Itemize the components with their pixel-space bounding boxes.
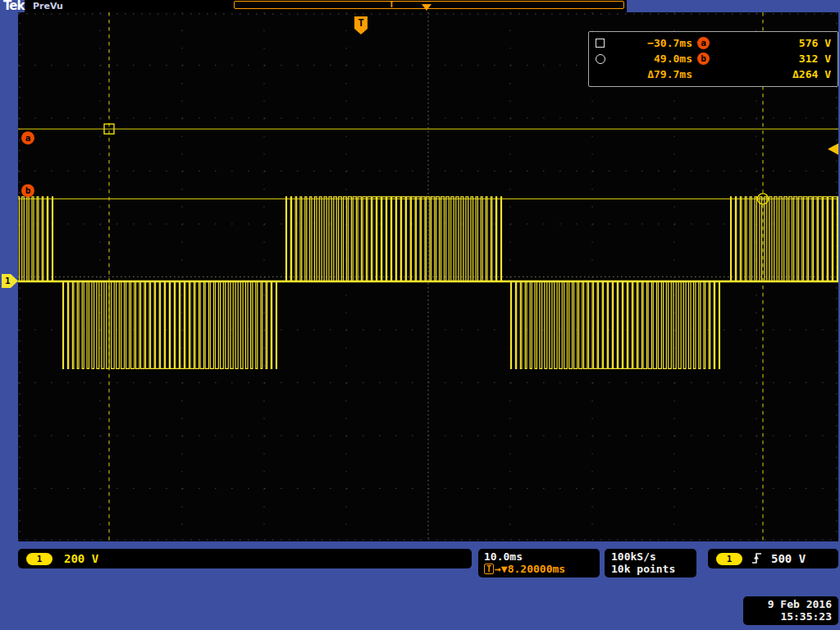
cursor1-row: −30.7ms a 576 V	[596, 35, 831, 51]
rising-edge-icon	[751, 551, 762, 567]
datetime-readout: 9 Feb 2016 15:35:23	[743, 596, 838, 625]
trigger-level: 500 V	[771, 552, 806, 565]
record-view-bar[interactable]: T	[234, 1, 624, 9]
delay-arrows-icon: →▼	[495, 563, 508, 575]
cursor-b-badge: b	[697, 52, 710, 65]
cursor-a-badge: a	[697, 37, 710, 49]
trigger-source-badge: 1	[716, 553, 742, 565]
delta-value: Δ264 V	[714, 68, 831, 80]
brand-logo: Tek	[3, 0, 24, 13]
time-label: 15:35:23	[750, 610, 832, 623]
horizontal-readout[interactable]: 10.0ms T →▼ 8.20000ms	[478, 549, 600, 578]
cursor2-time: 49.0ms	[612, 52, 692, 65]
horizontal-delay: T →▼ 8.20000ms	[484, 563, 594, 575]
cursor-b-edge-badge[interactable]: b	[21, 184, 34, 197]
delay-value: 8.20000ms	[508, 563, 565, 575]
cursor1-value: 576 V	[714, 37, 831, 49]
trigger-level-arrow[interactable]	[828, 144, 838, 155]
waveform-baseline	[18, 281, 838, 283]
date-label: 9 Feb 2016	[750, 598, 832, 610]
record-trigger-marker: T	[389, 0, 395, 10]
delta-time: Δ79.7ms	[612, 68, 692, 80]
trigger-flag-icon: T	[484, 564, 494, 574]
top-status-strip: PreVu T	[25, 0, 627, 12]
channel1-ground-marker[interactable]: 1	[2, 274, 18, 288]
channel1-ground-label: 1	[5, 276, 11, 286]
svg-text:T: T	[358, 17, 363, 29]
waveform-plot: Tab	[18, 12, 838, 541]
circle-cursor-icon	[596, 54, 605, 64]
trigger-readout[interactable]: 1 500 V	[708, 549, 838, 568]
channel1-scale: 200 V	[64, 552, 98, 565]
cursor2-row: 49.0ms b 312 V	[596, 51, 831, 66]
cursor1-time: −30.7ms	[612, 37, 692, 49]
record-length: 10k points	[611, 563, 690, 575]
acquisition-status: PreVu	[33, 1, 63, 11]
graticule-area: Tab	[18, 12, 838, 541]
svg-text:b: b	[25, 185, 31, 196]
channel1-badge: 1	[26, 553, 52, 565]
cursor-a-edge-badge[interactable]: a	[21, 131, 34, 144]
channel1-readout[interactable]: 1 200 V	[18, 549, 472, 568]
cursor-readout-panel: −30.7ms a 576 V 49.0ms b 312 V Δ79.7ms Δ…	[588, 31, 838, 87]
acquisition-readout[interactable]: 100kS/s 10k points	[605, 549, 696, 578]
oscilloscope-display: Tek PreVu T Tab 1 −30.7ms a 576 V 49.0ms…	[0, 0, 840, 630]
cursor-delta-row: Δ79.7ms Δ264 V	[596, 66, 831, 82]
square-cursor-icon	[596, 39, 605, 48]
cursor2-value: 312 V	[714, 52, 831, 65]
sample-rate: 100kS/s	[611, 550, 690, 563]
svg-text:a: a	[25, 133, 31, 144]
trigger-position-flag[interactable]: T	[354, 16, 368, 34]
horizontal-scale: 10.0ms	[484, 550, 594, 563]
